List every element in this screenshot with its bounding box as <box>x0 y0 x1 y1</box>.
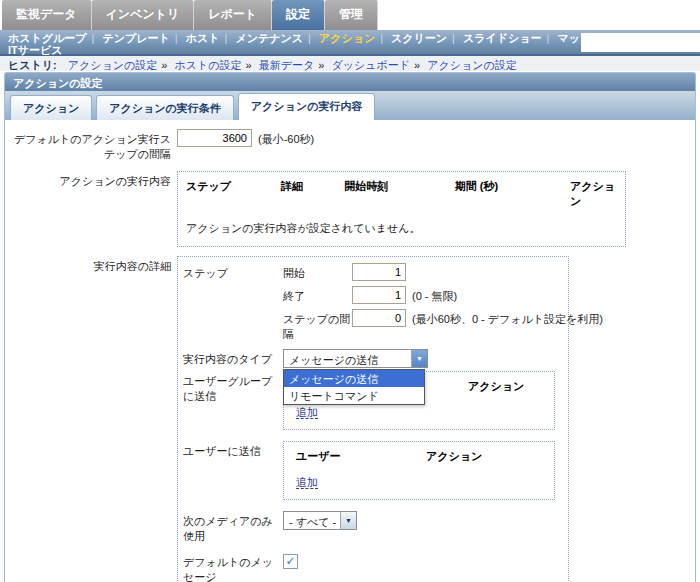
menu-separator: | <box>547 32 550 44</box>
search-input[interactable] <box>581 33 700 52</box>
step-duration-label: ステップの間隔 <box>283 309 352 342</box>
operations-col-start: 開始時刻 <box>344 179 454 209</box>
operation-type-dropdown: メッセージの送信 リモートコマンド <box>283 369 425 405</box>
menu-separator: | <box>224 32 227 44</box>
operations-col-step: ステップ <box>186 179 281 209</box>
operations-col-duration: 期間 (秒) <box>455 179 570 209</box>
step-label: ステップ <box>183 263 283 281</box>
default-interval-input[interactable] <box>177 129 252 147</box>
nav-configuration[interactable]: 設定 <box>272 0 325 30</box>
sub-nav: ホストグループ| テンプレート| ホスト| メンテナンス| アクション| スクリ… <box>0 30 700 56</box>
users-col-action: アクション <box>426 449 482 464</box>
dropdown-option-send-message[interactable]: メッセージの送信 <box>284 370 424 387</box>
menu-separator: | <box>380 32 383 44</box>
operation-type-label: 実行内容のタイプ <box>183 349 283 367</box>
default-interval-label: デフォルトのアクション実行ステップの間隔 <box>5 129 177 162</box>
subnav-screens[interactable]: スクリーン <box>391 32 447 44</box>
dropdown-option-remote-command[interactable]: リモートコマンド <box>284 387 424 404</box>
operations-label: アクションの実行内容 <box>5 171 177 247</box>
step-from-input[interactable] <box>352 263 406 281</box>
tab-operations[interactable]: アクションの実行内容 <box>238 93 376 120</box>
history-link[interactable]: アクションの設定 <box>68 59 158 71</box>
default-message-checkbox[interactable]: ✓ <box>283 554 298 569</box>
menu-separator: | <box>92 32 95 44</box>
operations-col-action: アクション <box>570 179 625 209</box>
users-col-user: ユーザー <box>296 449 426 464</box>
menu-separator: | <box>452 32 455 44</box>
tab-action[interactable]: アクション <box>10 95 92 120</box>
default-interval-hint: (最小-60秒) <box>252 129 314 162</box>
groups-col-action: アクション <box>468 379 524 394</box>
users-add-link[interactable]: 追加 <box>296 476 318 489</box>
history-separator: » <box>318 59 324 71</box>
check-icon: ✓ <box>285 554 295 568</box>
nav-reports[interactable]: レポート <box>194 0 272 30</box>
history-separator: » <box>414 59 420 71</box>
history-separator: » <box>161 59 167 71</box>
subnav-actions[interactable]: アクション <box>319 32 375 44</box>
operation-type-select[interactable]: メッセージの送信 ▼ <box>283 349 428 368</box>
send-to-users-label: ユーザーに送信 <box>183 441 283 459</box>
main-nav: 監視データ インベントリ レポート 設定 管理 <box>0 0 700 30</box>
operation-type-value: メッセージの送信 <box>284 350 411 367</box>
operations-empty-text: アクションの実行内容が設定されていません。 <box>186 221 625 236</box>
subnav-host-groups[interactable]: ホストグループ <box>8 32 87 44</box>
history-link[interactable]: アクションの設定 <box>427 59 517 71</box>
step-to-input[interactable] <box>352 286 406 304</box>
send-to-groups-label: ユーザーグループに送信 <box>183 371 283 404</box>
default-message-label: デフォルトのメッセージ <box>183 552 283 582</box>
send-only-to-label: 次のメディアのみ使用 <box>183 511 283 544</box>
chevron-down-icon[interactable]: ▼ <box>340 512 356 529</box>
subnav-maintenance[interactable]: メンテナンス <box>235 32 303 44</box>
step-from-label: 開始 <box>283 263 352 281</box>
groups-add-link[interactable]: 追加 <box>296 406 318 419</box>
nav-administration[interactable]: 管理 <box>325 0 378 30</box>
history-link[interactable]: ダッシュボード <box>331 59 410 71</box>
nav-inventory[interactable]: インベントリ <box>92 0 195 30</box>
history-separator: » <box>246 59 252 71</box>
operation-details-fieldset: ステップ 開始 終了 (0 - 無限) ステップの間隔 <box>177 256 569 582</box>
menu-separator: | <box>175 32 178 44</box>
history-link[interactable]: ホストの設定 <box>175 59 242 71</box>
nav-monitoring[interactable]: 監視データ <box>2 0 92 30</box>
subnav-slideshows[interactable]: スライドショー <box>463 32 542 44</box>
media-select-value: - すべて - <box>284 512 340 529</box>
step-duration-hint: (最小60秒、0 - デフォルト設定を利用) <box>406 309 603 327</box>
send-to-users-table: ユーザー アクション 追加 <box>283 441 555 500</box>
step-duration-input[interactable] <box>352 309 406 327</box>
subnav-hosts[interactable]: ホスト <box>186 32 220 44</box>
breadcrumb: ヒストリ: アクションの設定» ホストの設定» 最新データ» ダッシュボード» … <box>0 56 700 71</box>
step-to-label: 終了 <box>283 286 352 304</box>
form-panel: デフォルトのアクション実行ステップの間隔 (最小-60秒) アクションの実行内容… <box>4 120 696 582</box>
media-select[interactable]: - すべて - ▼ <box>283 511 357 530</box>
tab-conditions[interactable]: アクションの実行条件 <box>96 95 234 120</box>
tab-strip: アクション アクションの実行条件 アクションの実行内容 <box>4 91 696 120</box>
history-link[interactable]: 最新データ <box>259 59 315 71</box>
page-title: アクションの設定 <box>4 72 696 91</box>
step-to-hint: (0 - 無限) <box>406 286 457 304</box>
operations-table: ステップ 詳細 開始時刻 期間 (秒) アクション アクションの実行内容が設定さ… <box>177 171 626 247</box>
subnav-templates[interactable]: テンプレート <box>102 32 169 44</box>
menu-separator: | <box>308 32 311 44</box>
operations-col-details: 詳細 <box>281 179 345 209</box>
history-label: ヒストリ: <box>8 59 57 71</box>
chevron-down-icon[interactable]: ▼ <box>411 350 427 367</box>
operation-details-label: 実行内容の詳細 <box>5 256 177 582</box>
subnav-it-services[interactable]: ITサービス <box>8 44 63 56</box>
